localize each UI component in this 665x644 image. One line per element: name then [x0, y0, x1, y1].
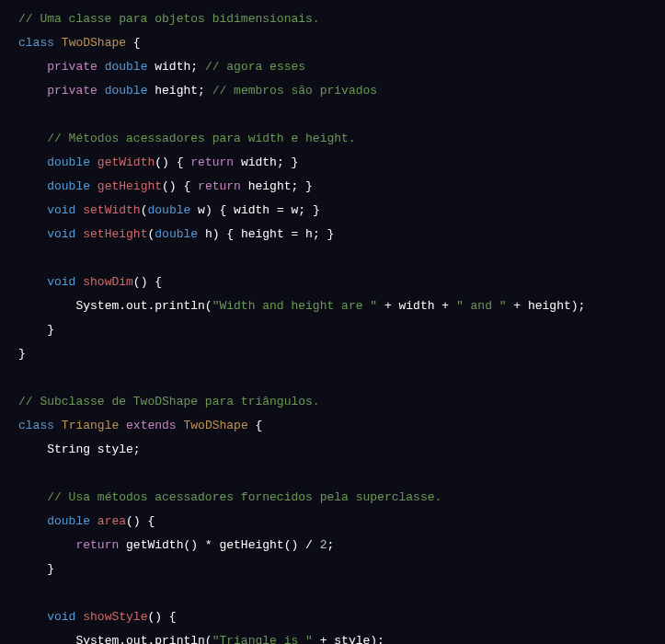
code-line: String style;: [18, 438, 647, 462]
method-name: setWidth: [83, 203, 140, 217]
keyword-return: return: [190, 155, 234, 169]
keyword-return: return: [198, 179, 241, 193]
comment: // Subclasse de TwoDShape para triângulo…: [18, 395, 320, 408]
comment: // Usa métodos acessadores fornecidos pe…: [47, 490, 441, 504]
code-line: private double width; // agora esses: [18, 55, 647, 79]
keyword-class: class: [18, 419, 54, 432]
declaration: String style;: [47, 443, 140, 456]
punct: + height);: [507, 299, 586, 313]
code-editor[interactable]: // Uma classe para objetos bidimensionai…: [18, 7, 647, 644]
code-line: System.out.println("Triangle is " + styl…: [18, 629, 647, 644]
code-line: [18, 103, 647, 127]
keyword-void: void: [47, 203, 75, 217]
punct: h) { height = h; }: [198, 227, 334, 241]
code-line: }: [18, 318, 647, 342]
string: "Triangle is ": [212, 634, 313, 644]
keyword-private: private: [47, 84, 97, 98]
comment: // Métodos acessadores para width e heig…: [47, 132, 355, 145]
punct: ;: [327, 538, 334, 552]
code-line: // Subclasse de TwoDShape para triângulo…: [18, 390, 647, 414]
punct: () {: [133, 275, 162, 289]
keyword-void: void: [47, 610, 75, 624]
code-line: class TwoDShape {: [18, 31, 647, 55]
punct: w) { width = w; }: [190, 203, 319, 217]
comment: // Uma classe para objetos bidimensionai…: [18, 12, 320, 26]
comment: // membros são privados: [212, 84, 377, 98]
param-type: double: [147, 203, 190, 217]
punct: + width +: [377, 299, 456, 313]
code-line: void setWidth(double w) { width = w; }: [18, 199, 647, 223]
code-line: private double height; // membros são pr…: [18, 79, 647, 103]
type: double: [105, 84, 148, 98]
comment: // agora esses: [205, 60, 305, 74]
string: " and ": [456, 299, 507, 313]
code-line: double getHeight() { return height; }: [18, 175, 647, 199]
variable: width;: [155, 60, 198, 74]
punct: height; }: [241, 179, 313, 193]
type: double: [47, 514, 90, 528]
method-name: setHeight: [83, 227, 147, 241]
code-line: void showDim() {: [18, 270, 647, 294]
code-line: return getWidth() * getHeight() / 2;: [18, 534, 647, 558]
brace: }: [47, 562, 54, 576]
punct: + style);: [313, 634, 384, 644]
brace: {: [126, 36, 141, 50]
code-line: System.out.println("Width and height are…: [18, 294, 647, 318]
code-line: [18, 366, 647, 390]
string: "Width and height are ": [212, 299, 377, 313]
keyword-class: class: [18, 36, 54, 50]
punct: () {: [162, 179, 198, 193]
keyword-private: private: [47, 60, 97, 74]
code-line: // Métodos acessadores para width e heig…: [18, 127, 647, 151]
call: System.out.println(: [75, 299, 212, 313]
expression: getWidth() * getHeight() /: [119, 538, 319, 552]
method-name: getHeight: [97, 179, 162, 193]
class-name: TwoDShape: [62, 36, 126, 50]
punct: () {: [155, 155, 190, 169]
variable: height;: [155, 84, 205, 98]
param-type: double: [155, 227, 198, 241]
method-name: area: [97, 514, 126, 528]
punct: () {: [126, 514, 155, 528]
method-name: showStyle: [83, 610, 147, 624]
punct: width; }: [234, 155, 298, 169]
type: double: [47, 155, 90, 169]
code-line: class Triangle extends TwoDShape {: [18, 414, 647, 438]
code-line: // Usa métodos acessadores fornecidos pe…: [18, 486, 647, 510]
type: double: [105, 60, 148, 74]
class-name: TwoDShape: [183, 419, 247, 432]
code-line: double area() {: [18, 510, 647, 534]
code-line: [18, 581, 647, 605]
punct: () {: [147, 610, 176, 624]
keyword-return: return: [75, 538, 119, 552]
code-line: // Uma classe para objetos bidimensionai…: [18, 7, 647, 31]
method-name: showDim: [83, 275, 133, 289]
call: System.out.println(: [75, 634, 212, 644]
keyword-void: void: [47, 275, 75, 289]
brace: {: [248, 419, 263, 432]
code-line: void showStyle() {: [18, 605, 647, 629]
keyword-void: void: [47, 227, 75, 241]
type: double: [47, 179, 90, 193]
code-line: }: [18, 558, 647, 581]
code-line: [18, 247, 647, 270]
brace: }: [18, 347, 26, 361]
code-line: double getWidth() { return width; }: [18, 151, 647, 175]
code-line: void setHeight(double h) { height = h; }: [18, 223, 647, 247]
brace: }: [47, 323, 54, 337]
code-line: [18, 462, 647, 486]
class-name: Triangle: [62, 419, 119, 432]
method-name: getWidth: [97, 155, 155, 169]
code-line: }: [18, 342, 647, 366]
keyword-extends: extends: [126, 419, 177, 432]
